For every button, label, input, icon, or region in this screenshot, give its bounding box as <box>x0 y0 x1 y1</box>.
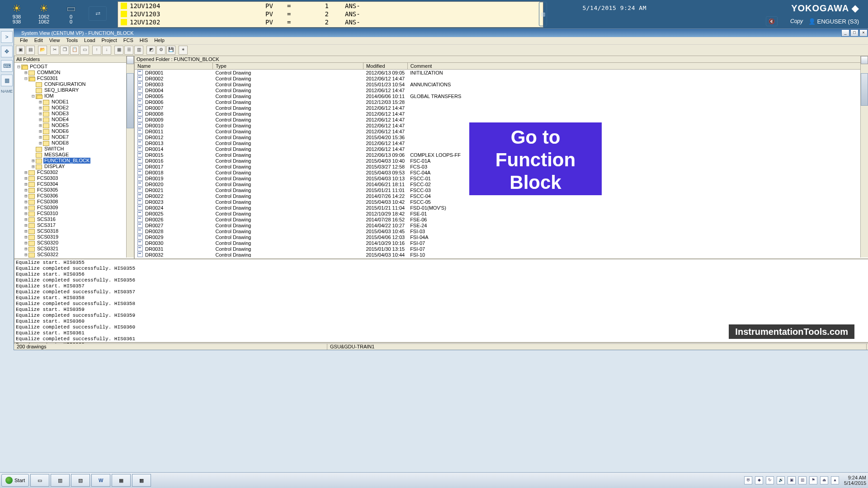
tray-shield-icon[interactable]: ⛨ <box>744 476 752 484</box>
tree-node[interactable]: SEQ_LIBRARY <box>15 87 133 93</box>
expand-icon[interactable]: ⊞ <box>24 246 28 252</box>
expand-icon[interactable]: ⊞ <box>31 158 36 164</box>
taskbar-app-6[interactable]: ▩ <box>132 474 151 487</box>
tree-node[interactable]: ⊞NODE4 <box>15 117 133 122</box>
tool-paste-icon[interactable]: 📋 <box>70 46 79 55</box>
tool-up-icon[interactable]: ↑ <box>92 46 101 55</box>
tree-node[interactable]: ⊞NODE6 <box>15 128 133 134</box>
sidestrip-keyboard-icon[interactable]: ⌨ <box>1 60 13 72</box>
taskbar-app-5[interactable]: ▦ <box>112 474 131 487</box>
file-row[interactable]: DR0008Control Drawing2012/06/12 14:47 <box>135 111 868 117</box>
file-row[interactable]: DR0007Control Drawing2012/06/12 14:47 <box>135 105 868 111</box>
tree-node[interactable]: ⊞DISPLAY <box>15 164 133 169</box>
menu-project[interactable]: Project <box>99 37 120 44</box>
tree-node[interactable]: ⊞SCS0320 <box>15 240 133 246</box>
file-row[interactable]: DR0009Control Drawing2012/06/12 14:47 <box>135 117 868 122</box>
tray-app2-icon[interactable]: ▥ <box>798 476 807 484</box>
file-row[interactable]: DR0026Control Drawing2014/07/28 16:52FSE… <box>135 216 868 222</box>
tree-node[interactable]: ⊞FCS0306 <box>15 193 133 199</box>
tree-node[interactable]: ⊞COMMON <box>15 70 133 75</box>
tool-misc-icon[interactable]: ✶ <box>179 46 188 55</box>
file-row[interactable]: DR0031Control Drawing2015/01/30 13:15FSI… <box>135 246 868 252</box>
tray-net-icon[interactable]: ◆ <box>755 476 763 484</box>
tree-node[interactable]: ⊞FCS0305 <box>15 187 133 193</box>
expand-icon[interactable]: ⊞ <box>24 199 28 205</box>
menu-fcs[interactable]: FCS <box>120 37 137 44</box>
tree-node[interactable]: MESSAGE <box>15 152 133 158</box>
tool-save-icon[interactable]: 💾 <box>166 46 175 55</box>
tree-node[interactable]: ⊞NODE1 <box>15 99 133 105</box>
expand-icon[interactable]: ⊟ <box>16 64 21 70</box>
menu-edit[interactable]: Edit <box>31 37 46 44</box>
tree-node[interactable]: ⊟FCS0301 <box>15 75 133 81</box>
expand-icon[interactable]: ⊞ <box>38 134 43 140</box>
tree-node[interactable]: ⊞NODE8 <box>15 140 133 146</box>
menu-file[interactable]: File <box>17 37 31 44</box>
taskbar-app-3[interactable]: ▧ <box>71 474 90 487</box>
sidestrip-grid-icon[interactable]: ▦ <box>1 75 13 86</box>
start-button[interactable]: Start <box>1 474 29 487</box>
title-bar[interactable]: System View (CENTUM VP) - FUNCTION_BLOCK… <box>14 29 868 37</box>
tree-node[interactable]: ⊞FCS0302 <box>15 169 133 175</box>
alarm-scroll[interactable]: ▥ <box>539 2 547 26</box>
menu-his[interactable]: HIS <box>137 37 151 44</box>
tool-open-icon[interactable]: 📂 <box>38 46 47 55</box>
expand-icon[interactable]: ⊞ <box>24 228 28 234</box>
tool-1-icon[interactable]: ▣ <box>16 46 25 55</box>
file-row[interactable]: DR0027Control Drawing2014/04/22 10:27FSE… <box>135 222 868 228</box>
close-button[interactable]: × <box>859 29 868 37</box>
expand-icon[interactable]: ⊞ <box>24 234 28 240</box>
menu-load[interactable]: Load <box>81 37 98 44</box>
tool-build-icon[interactable]: ⚙ <box>156 46 165 55</box>
tree-node[interactable]: ⊟PCOGT <box>15 64 133 70</box>
taskbar-app-2[interactable]: ▥ <box>51 474 70 487</box>
expand-icon[interactable]: ⊞ <box>38 140 43 146</box>
expand-icon[interactable]: ⊞ <box>24 205 28 211</box>
expand-icon[interactable]: ⊞ <box>24 193 28 199</box>
sidestrip-nav-icon[interactable]: > <box>1 31 13 43</box>
tool-prop-icon[interactable]: ◩ <box>146 46 156 55</box>
taskbar-app-4[interactable]: W <box>91 474 110 487</box>
tool-copy-icon[interactable]: ❐ <box>60 46 69 55</box>
expand-icon[interactable]: ⊞ <box>24 187 28 193</box>
alarm-row[interactable]: 12UV1203PV=2ANS- <box>118 10 543 18</box>
tree-node[interactable]: ⊞NODE7 <box>15 134 133 140</box>
expand-icon[interactable]: ⊞ <box>38 128 43 134</box>
file-row[interactable]: DR0004Control Drawing2012/06/12 14:47 <box>135 87 868 93</box>
expand-icon[interactable]: ⊞ <box>24 222 28 228</box>
link-icon[interactable]: ⮂ <box>89 6 107 21</box>
alarm-panel[interactable]: 12UV1204PV=1ANS-12UV1203PV=2ANS-12UV1202… <box>118 1 543 28</box>
column-name[interactable]: Name <box>135 63 213 70</box>
list-scrollbar[interactable] <box>860 56 868 258</box>
user-indicator[interactable]: 👤 ENGUSER (S3) <box>808 18 859 25</box>
expand-icon[interactable]: ⊞ <box>24 175 28 181</box>
expand-icon[interactable]: ⊞ <box>38 111 43 117</box>
file-row[interactable]: DR0032Control Drawing2015/04/03 10:44FSI… <box>135 252 868 257</box>
tree-node[interactable]: ⊞NODE3 <box>15 111 133 117</box>
folder-tree-pane[interactable]: All Folders ⊟PCOGT⊞COMMON⊟FCS0301CONFIGU… <box>14 56 134 259</box>
menu-view[interactable]: View <box>46 37 63 44</box>
expand-icon[interactable]: ⊞ <box>38 105 43 111</box>
tool-cut-icon[interactable]: ✂ <box>50 46 59 55</box>
tool-2-icon[interactable]: ▤ <box>26 46 35 55</box>
expand-icon[interactable]: ⊞ <box>24 70 28 75</box>
tree-node[interactable]: ⊞FCS0310 <box>15 211 133 216</box>
file-row[interactable]: DR0006Control Drawing2012/12/03 15:28 <box>135 99 868 105</box>
file-row[interactable]: DR0028Control Drawing2015/04/03 10:45FSI… <box>135 228 868 234</box>
expand-icon[interactable]: ⊞ <box>38 117 43 122</box>
taskbar-clock[interactable]: 9:24 AM 5/14/2015 <box>844 475 866 486</box>
file-row[interactable]: DR0030Control Drawing2014/10/29 10:16FSI… <box>135 240 868 246</box>
tool-down-icon[interactable]: ↓ <box>102 46 111 55</box>
expand-icon[interactable]: ⊞ <box>24 240 28 246</box>
tool-list-icon[interactable]: ☰ <box>124 46 133 55</box>
expand-icon[interactable]: ⊞ <box>24 211 28 216</box>
expand-icon[interactable]: ⊟ <box>31 93 36 99</box>
tool-del-icon[interactable]: ▭ <box>80 46 89 55</box>
tray-sync-icon[interactable]: ↻ <box>766 476 774 484</box>
menu-tools[interactable]: Tools <box>63 37 81 44</box>
tree-node[interactable]: ⊞SCS0319 <box>15 234 133 240</box>
expand-icon[interactable]: ⊞ <box>38 122 43 128</box>
tree-node[interactable]: CONFIGURATION <box>15 81 133 87</box>
expand-icon[interactable]: ⊞ <box>38 99 43 105</box>
tree-node[interactable]: ⊞FCS0309 <box>15 205 133 211</box>
